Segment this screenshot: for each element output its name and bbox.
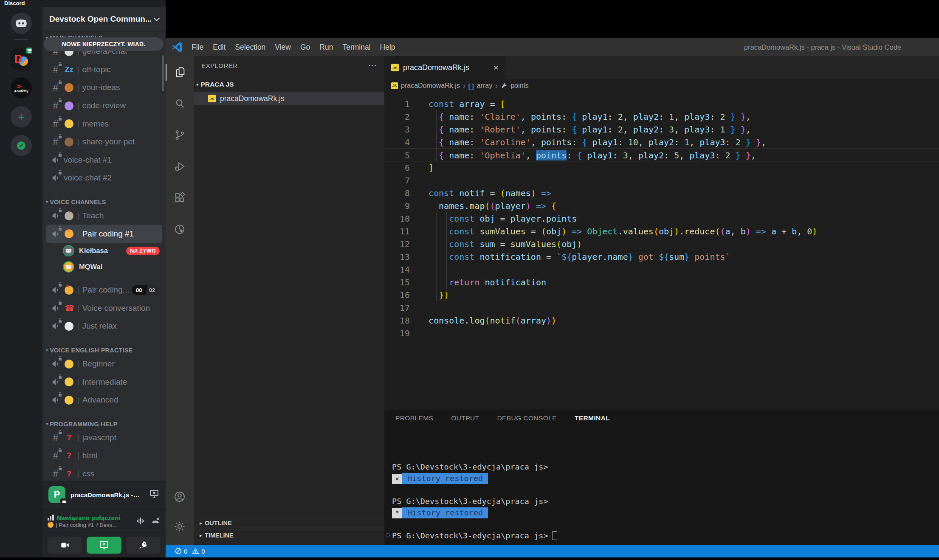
server-header[interactable]: Devstock Open Commun... [42,7,166,31]
outline-section[interactable]: ▸ OUTLINE [194,517,384,529]
channel-your-ideas[interactable]: #|your-ideas [46,79,162,97]
channel-teach[interactable]: |Teach [46,207,162,225]
server-devstock-button[interactable]: D [11,48,32,70]
file-item[interactable]: JS pracaDomowaRk.js [194,92,384,105]
category-voice-channels[interactable]: ▾VOICE CHANNELS [42,197,166,207]
timeline-section[interactable]: ▸ TIMELINE [194,529,384,541]
code-line-12[interactable]: 12 const sum = sumValues(obj) [384,238,939,250]
menu-run[interactable]: Run [315,43,338,52]
settings-gear-icon[interactable] [166,518,194,535]
channel-just-relax[interactable]: |Just relax [46,317,162,335]
menu-help[interactable]: Help [375,43,400,52]
code-line-13[interactable]: 13 const notification = `${player.name} … [384,250,939,263]
channel-off-topic[interactable]: #Zz|off-topic [46,61,162,79]
panel-tab-terminal[interactable]: TERMINAL [575,414,610,422]
channel-voice-chat-1[interactable]: voice-chat #1 [46,151,162,169]
channel-voice-chat-2[interactable]: voice-chat #2 [46,169,162,187]
activities-button[interactable] [126,537,161,554]
code-token [776,226,781,236]
code-token [429,137,439,147]
breadcrumb-file[interactable]: pracaDomowaRk.js [401,82,460,90]
window-title: pracaDomowaRk.js - praca js - Visual Stu… [744,38,901,56]
voice-user-kie-basa[interactable]: KiełbasaNA ŻYWO [42,243,166,259]
code-line-5[interactable]: 5 { name: 'Ophelia', points: { play1: 3,… [384,149,939,161]
add-server-button[interactable]: + [11,106,32,127]
code-line-4[interactable]: 4 { name: 'Caroline', points: { play1: 1… [384,136,939,149]
code-editor[interactable]: 1const array = [2 { name: 'Claire', poin… [384,93,939,410]
explorer-icon[interactable] [166,64,194,81]
channel-html[interactable]: #?|html [46,447,162,465]
code-line-16[interactable]: 16 }) [384,289,939,301]
terminal[interactable]: PS G:\Devstock\3-edycja\praca js>×Histor… [384,461,939,545]
menu-selection[interactable]: Selection [230,43,270,52]
source-control-icon[interactable] [166,127,194,144]
category-programming-help[interactable]: ▾PROGRAMMING HELP [42,419,166,429]
code-line-17[interactable]: 17 [384,301,939,314]
code-line-1[interactable]: 1const array = [ [384,98,939,110]
code-line-2[interactable]: 2 { name: 'Claire', points: { play1: 2, … [384,110,939,123]
activity-card: P pracaDomowaRk.js - p... [42,481,166,509]
code-line-11[interactable]: 11 const sumValues = (obj) => Object.val… [384,225,939,238]
folder-praca-js[interactable]: ▾ PRACA JS [194,78,384,91]
terminal-cursor[interactable] [553,531,557,540]
camera-button[interactable] [48,537,82,554]
channel-pair-coding[interactable]: ♥|Pair coding...0002 [46,281,162,299]
menu-file[interactable]: File [187,43,208,52]
channel-advanced[interactable]: |Advanced [46,391,162,409]
panel-tab-debug-console[interactable]: DEBUG CONSOLE [497,414,556,422]
category-voice-english-practise[interactable]: ▾VOICE ENGLISH PRACTISE [42,346,166,355]
panel-tab-problems[interactable]: PROBLEMS [395,414,433,422]
code-token: name [608,252,628,262]
code-line-15[interactable]: 15 return notification [384,276,939,289]
stop-streaming-button[interactable] [149,489,160,501]
channel-beginner[interactable]: |Beginner [46,355,162,373]
problems-status[interactable]: 0 0 [175,548,205,555]
menu-edit[interactable]: Edit [208,43,230,52]
explore-servers-button[interactable] [11,135,32,156]
close-tab-icon[interactable]: × [493,62,499,73]
channel-intermediate[interactable]: |Intermediate [46,373,162,391]
code-line-10[interactable]: 10 const obj = player.points [384,212,939,225]
connected-channel[interactable]: | Pair coding #1 [56,522,94,528]
code-line-3[interactable]: 3 { name: 'Robert', points: { play1: 2, … [384,123,939,136]
channel-javascript[interactable]: #?|javascript [46,429,162,447]
breadcrumb-symbol-array[interactable]: array [477,82,492,90]
channel-list-scrollbar[interactable] [162,55,164,91]
search-icon[interactable] [166,95,194,112]
gitlens-icon[interactable] [166,221,194,238]
code-line-6[interactable]: 6] [384,161,939,174]
menu-terminal[interactable]: Terminal [338,43,375,52]
channel-share-your-pet[interactable]: #|share-your-pet [46,133,162,151]
menu-view[interactable]: View [270,43,296,52]
channel-memes[interactable]: #|memes [46,115,162,133]
disconnect-call-icon[interactable] [150,516,161,526]
code-line-9[interactable]: 9 names.map((player) => { [384,200,939,212]
channel-voice-conversation[interactable]: ☎|Voice conversation [46,299,162,318]
code-line-18[interactable]: 18console.log(notif(array)) [384,314,939,327]
code-line-7[interactable]: 7 [384,174,939,187]
accounts-icon[interactable] [166,488,194,505]
lock-icon [59,376,62,379]
channel-css[interactable]: #?|css [46,465,162,481]
breadcrumb-symbol-points[interactable]: points [510,82,529,90]
panel-tab-output[interactable]: OUTPUT [451,414,479,422]
extensions-icon[interactable] [166,189,194,206]
screen-share-button[interactable] [87,537,121,554]
tab-pracadomowark[interactable]: JS pracaDomowaRk.js × [384,56,505,79]
voice-activity-icon[interactable] [136,516,145,526]
unread-messages-banner[interactable]: NOWE NIEPRZECZYT. WIAD. [44,37,164,51]
code-token: points [531,124,561,135]
code-token: play2 [649,137,674,147]
server-academy-button[interactable]: >_ Academy [11,77,32,98]
run-debug-icon[interactable] [166,158,194,175]
code-line-14[interactable]: 14 [384,263,939,276]
voice-user-mqwal[interactable]: MQWal [42,259,166,275]
discord-home-button[interactable] [11,13,32,34]
channel-pair-coding-1[interactable]: ♥|Pair coding #1 [46,225,162,243]
more-actions-icon[interactable]: ⋯ [368,60,377,70]
menu-go[interactable]: Go [296,43,315,52]
channel-code-review[interactable]: #|code-review [46,97,162,115]
code-token: notif [459,188,485,198]
code-line-19[interactable]: 19 [384,327,939,340]
code-line-8[interactable]: 8const notif = (names) => [384,187,939,200]
